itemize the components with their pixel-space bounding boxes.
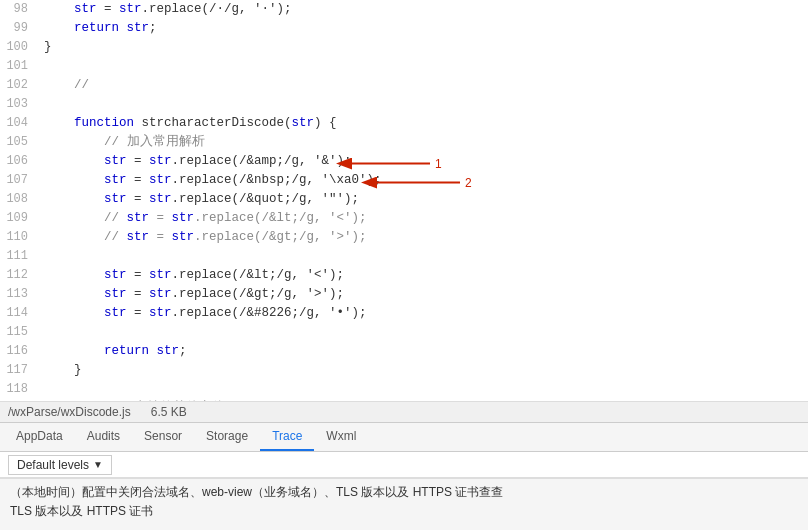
line-code xyxy=(40,323,808,342)
line-code: return str; xyxy=(40,19,808,38)
line-number: 106 xyxy=(0,152,40,171)
line-code: } xyxy=(40,38,808,57)
line-number: 105 xyxy=(0,133,40,152)
line-code xyxy=(40,247,808,266)
table-row: 113 str = str.replace(/&gt;/g, '>'); xyxy=(0,285,808,304)
line-number: 110 xyxy=(0,228,40,247)
table-row: 100} xyxy=(0,38,808,57)
line-number: 104 xyxy=(0,114,40,133)
line-code: // xyxy=(40,76,808,95)
line-number: 118 xyxy=(0,380,40,399)
filepath-bar: /wxParse/wxDiscode.js 6.5 KB xyxy=(0,401,808,422)
status-line-2: TLS 版本以及 HTTPS 证书 xyxy=(10,502,798,521)
line-number: 115 xyxy=(0,323,40,342)
table-row: 108 str = str.replace(/&quot;/g, '"'); xyxy=(0,190,808,209)
table-row: 114 str = str.replace(/&#8226;/g, '•'); xyxy=(0,304,808,323)
tab-audits[interactable]: Audits xyxy=(75,423,132,451)
line-number: 102 xyxy=(0,76,40,95)
table-row: 115 xyxy=(0,323,808,342)
line-code: str = str.replace(/&amp;/g, '&'); xyxy=(40,152,808,171)
table-row: 105 // 加入常用解析 xyxy=(0,133,808,152)
table-row: 98 str = str.replace(/·/g, '·'); xyxy=(0,0,808,19)
log-bar: Default levels ▼ xyxy=(0,452,808,478)
line-number: 99 xyxy=(0,19,40,38)
line-number: 117 xyxy=(0,361,40,380)
status-line-1: （本地时间）配置中关闭合法域名、web-view（业务域名）、TLS 版本以及 … xyxy=(10,483,798,502)
tab-sensor[interactable]: Sensor xyxy=(132,423,194,451)
line-number: 107 xyxy=(0,171,40,190)
line-code: str = str.replace(/&#8226;/g, '•'); xyxy=(40,304,808,323)
line-number: 111 xyxy=(0,247,40,266)
table-row: 106 str = str.replace(/&amp;/g, '&'); xyxy=(0,152,808,171)
status-bar: （本地时间）配置中关闭合法域名、web-view（业务域名）、TLS 版本以及 … xyxy=(0,478,808,530)
table-row: 116 return str; xyxy=(0,342,808,361)
line-code: function strcharacterDiscode(str) { xyxy=(40,114,808,133)
line-number: 116 xyxy=(0,342,40,361)
line-number: 119 xyxy=(0,399,40,401)
line-code: str = str.replace(/·/g, '·'); xyxy=(40,0,808,19)
table-row: 109 // str = str.replace(/&lt;/g, '<'); xyxy=(0,209,808,228)
line-code: str = str.replace(/&quot;/g, '"'); xyxy=(40,190,808,209)
log-level-label: Default levels xyxy=(17,458,89,472)
filepath-text: /wxParse/wxDiscode.js xyxy=(8,405,131,419)
table-row: 119 // HTML 支持的其他实体 xyxy=(0,399,808,401)
line-number: 103 xyxy=(0,95,40,114)
table-row: 111 xyxy=(0,247,808,266)
line-code: // HTML 支持的其他实体 xyxy=(40,399,808,401)
line-code: return str; xyxy=(40,342,808,361)
line-number: 101 xyxy=(0,57,40,76)
devtools-tabs: AppDataAuditsSensorStorageTraceWxml xyxy=(0,422,808,452)
line-code: // str = str.replace(/&gt;/g, '>'); xyxy=(40,228,808,247)
line-code xyxy=(40,57,808,76)
line-code: str = str.replace(/&gt;/g, '>'); xyxy=(40,285,808,304)
line-number: 112 xyxy=(0,266,40,285)
tab-wxml[interactable]: Wxml xyxy=(314,423,368,451)
table-row: 104 function strcharacterDiscode(str) { xyxy=(0,114,808,133)
tab-appdata[interactable]: AppData xyxy=(4,423,75,451)
table-row: 118 xyxy=(0,380,808,399)
table-row: 107 str = str.replace(/&nbsp;/g, '\xa0')… xyxy=(0,171,808,190)
chevron-down-icon: ▼ xyxy=(93,459,103,470)
table-row: 102 // xyxy=(0,76,808,95)
line-code: // 加入常用解析 xyxy=(40,133,808,152)
tab-trace[interactable]: Trace xyxy=(260,423,314,451)
line-code: // str = str.replace(/&lt;/g, '<'); xyxy=(40,209,808,228)
line-code xyxy=(40,95,808,114)
table-row: 103 xyxy=(0,95,808,114)
line-number: 100 xyxy=(0,38,40,57)
tab-storage[interactable]: Storage xyxy=(194,423,260,451)
table-row: 101 xyxy=(0,57,808,76)
line-number: 108 xyxy=(0,190,40,209)
table-row: 112 str = str.replace(/&lt;/g, '<'); xyxy=(0,266,808,285)
log-level-button[interactable]: Default levels ▼ xyxy=(8,455,112,475)
table-row: 99 return str; xyxy=(0,19,808,38)
line-code xyxy=(40,380,808,399)
filesize-text: 6.5 KB xyxy=(151,405,187,419)
line-code: } xyxy=(40,361,808,380)
line-number: 109 xyxy=(0,209,40,228)
line-number: 114 xyxy=(0,304,40,323)
line-number: 98 xyxy=(0,0,40,19)
line-number: 113 xyxy=(0,285,40,304)
line-code: str = str.replace(/&lt;/g, '<'); xyxy=(40,266,808,285)
table-row: 110 // str = str.replace(/&gt;/g, '>'); xyxy=(0,228,808,247)
code-editor: 98 str = str.replace(/·/g, '·');99 retur… xyxy=(0,0,808,401)
line-code: str = str.replace(/&nbsp;/g, '\xa0'); xyxy=(40,171,808,190)
table-row: 117 } xyxy=(0,361,808,380)
code-table: 98 str = str.replace(/·/g, '·');99 retur… xyxy=(0,0,808,401)
